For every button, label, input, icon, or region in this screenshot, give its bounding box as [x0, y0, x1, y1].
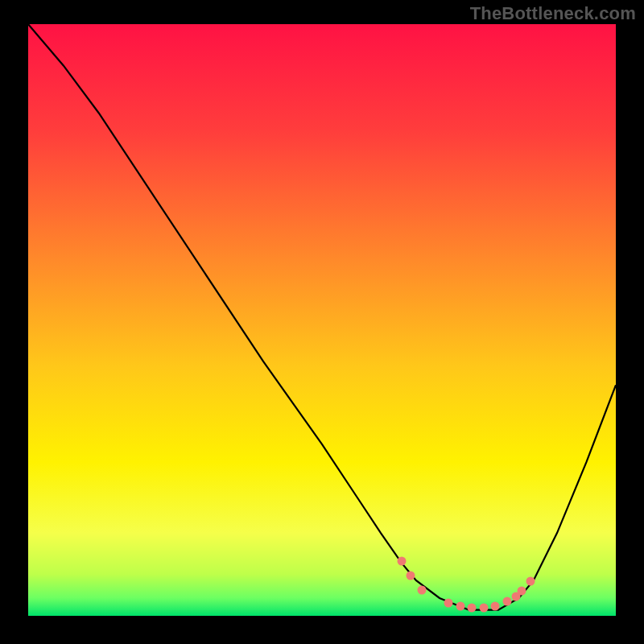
- chart-container: TheBottleneck.com: [0, 0, 644, 644]
- optimal-range-dot: [491, 602, 500, 611]
- optimal-range-dot: [479, 604, 488, 613]
- optimal-range-dot: [444, 598, 452, 607]
- optimal-range-dot: [526, 577, 535, 586]
- watermark-label: TheBottleneck.com: [470, 3, 636, 24]
- optimal-range-dot: [468, 604, 477, 613]
- optimal-range-dot: [406, 572, 415, 580]
- optimal-range-dot: [518, 587, 526, 596]
- optimal-range-dot: [418, 586, 427, 595]
- bottleneck-curve: [28, 24, 616, 610]
- optimal-range-dot: [456, 602, 464, 611]
- plot-area: [28, 24, 616, 616]
- curve-layer: [28, 24, 616, 616]
- optimal-range-dot: [502, 597, 511, 606]
- optimal-range-dot: [397, 557, 406, 566]
